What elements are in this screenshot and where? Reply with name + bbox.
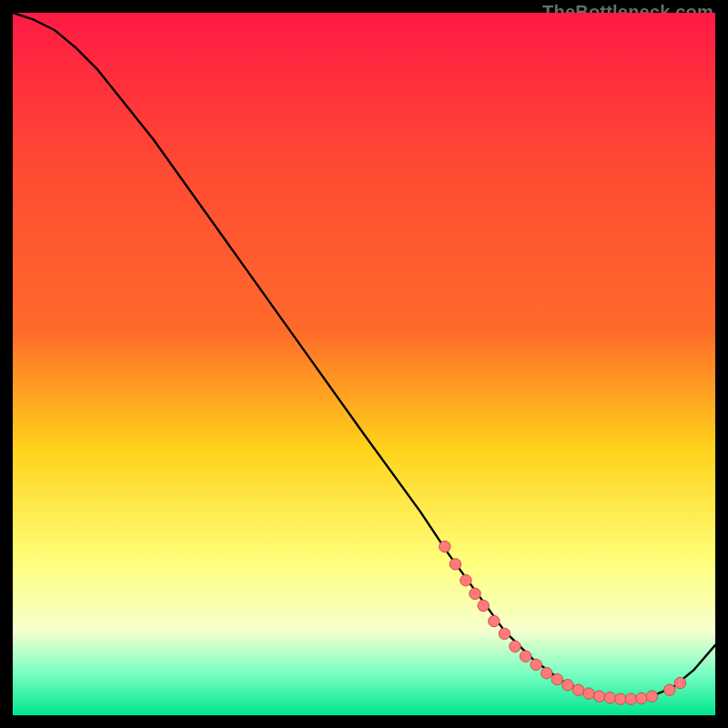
curve-layer: [13, 13, 715, 715]
data-dot: [489, 615, 500, 626]
data-dot: [450, 559, 460, 570]
data-dot: [562, 680, 573, 691]
data-dot: [478, 600, 489, 611]
data-dot: [664, 684, 675, 695]
data-dot: [551, 673, 562, 684]
data-dot: [674, 677, 685, 688]
data-dot: [636, 693, 647, 703]
data-dots: [440, 541, 686, 705]
data-dot: [499, 628, 510, 639]
data-dot: [531, 659, 541, 670]
data-dot: [520, 651, 531, 662]
data-dot: [615, 693, 626, 704]
bottleneck-curve: [13, 13, 715, 699]
data-dot: [646, 691, 657, 702]
data-dot: [572, 684, 583, 695]
data-dot: [593, 691, 604, 702]
data-dot: [583, 688, 594, 699]
plot-area: [13, 13, 715, 715]
data-dot: [604, 693, 615, 703]
data-dot: [510, 641, 521, 652]
data-dot: [470, 588, 480, 599]
data-dot: [541, 668, 552, 679]
data-dot: [625, 693, 636, 704]
chart-frame: TheBottleneck.com: [13, 13, 715, 715]
data-dot: [440, 541, 450, 552]
data-dot: [460, 575, 471, 586]
